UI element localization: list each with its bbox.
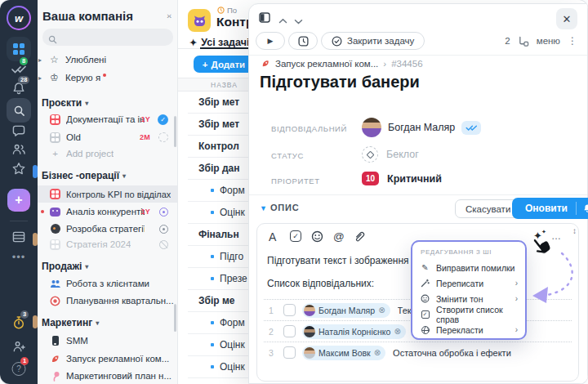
responsible-value[interactable]: Богдан Маляр [362,118,481,137]
kebab-menu-icon[interactable]: ⋮ [568,35,577,47]
time-log-button[interactable] [288,32,318,50]
double-check-badge[interactable] [461,121,481,135]
subtasks-tree-icon[interactable] [518,36,529,47]
monster-glyph [193,15,207,27]
checkbox[interactable] [283,325,296,337]
subtask-bullet-icon [211,211,214,214]
sidebar-item-strategy-dev[interactable]: Розробка стратегії... [38,221,178,237]
chevron-down-icon[interactable] [294,14,303,29]
field-label-status: СТАТУС [271,151,304,160]
tab-all-tasks-label: Усі задачі [201,37,249,48]
checklist-item[interactable]: 3 Максим Вовк ⊗ Остаточна обробка і ефек… [264,342,572,363]
close-task-button[interactable]: Закрити задачу [321,32,425,50]
sidebar-item-ad-campaign[interactable]: Запуск рекламної ком... [38,351,178,367]
collapse-sidebar-icon[interactable]: ›‹ [167,11,171,20]
sidebar-scrollbar[interactable] [174,116,176,147]
description-list-intro[interactable]: Список відповідальних: [267,278,374,289]
section-sales[interactable]: Продажі▾ [42,259,88,274]
checkbox[interactable] [283,304,296,316]
section-projects[interactable]: Проєкти▾ [42,96,88,110]
sidebar-item-quarterly-planning[interactable]: Планування квартальн... [38,292,178,309]
project-label: SMM [66,336,88,346]
avatar [362,118,381,137]
project-ring-icon[interactable] [159,208,168,217]
close-panel-button[interactable]: ✕ [556,8,577,29]
task-title: Форм [220,185,245,196]
chevron-up-icon[interactable] [278,13,287,28]
assignee-chip[interactable]: Наталія Корнієнко ⊗ [302,324,406,339]
sidebar-scrollbar[interactable] [174,304,176,332]
more-icon[interactable]: ••• [12,251,26,263]
update-button[interactable]: Оновити [512,198,588,219]
invite-person-icon[interactable] [11,340,26,353]
globe-icon [420,326,430,334]
unread-dot-badge [41,210,44,213]
sidebar-item-project-docs[interactable]: Документації та інс... 1Y ✓ [38,111,178,127]
menu-button[interactable]: меню [537,36,560,46]
resize-handle-icon[interactable]: ↕ [572,226,577,235]
menu-item-translate[interactable]: Перекласти › [420,322,518,337]
app-logo[interactable]: w [7,6,31,30]
add-button[interactable]: + [7,189,30,212]
project-avatar[interactable] [188,9,211,32]
play-timer-button[interactable]: ▶ [256,32,285,50]
flamingo-icon [49,371,61,382]
sidebar-item-project-old[interactable]: Old 2M [38,129,178,145]
sidebar-item-smm[interactable]: SMM [38,333,178,349]
close-task-label: Закрити задачу [347,36,414,46]
chat-icon[interactable] [12,124,26,137]
project-gear-icon[interactable] [159,225,168,234]
sidebar-item-marketing-plan[interactable]: Маркетинговий план н... [38,368,178,384]
sidebar-item-managed[interactable]: ▸ ♔ Керую я [38,69,178,86]
checklist-icon[interactable]: ✓ [290,230,301,242]
remove-assignee-icon[interactable]: ⊗ [394,327,400,336]
sidebar-item-competitors[interactable]: Аналіз конкурентів 1Y [38,203,178,220]
expand-arrow-icon[interactable]: ▸ [38,74,47,82]
sidebar-item-clients[interactable]: Робота з клієнтами [38,275,178,292]
project-check-icon[interactable]: ✓ [158,114,168,125]
apps-grid-icon[interactable] [7,37,31,61]
notify-bell-icon[interactable] [576,202,588,215]
face-icon [420,294,430,303]
tab-all-tasks[interactable]: ✦ Усі задачі [189,37,249,48]
priority-value[interactable]: 10 Критичний [362,172,442,185]
expand-arrow-icon[interactable]: ▸ [38,56,47,64]
breadcrumb-project[interactable]: Запуск рекламної ком... [275,59,378,69]
section-marketing[interactable]: Маркетинг▾ [42,315,99,330]
collapse-triangle-icon[interactable]: ▼ [260,204,267,212]
mention-icon[interactable]: @ [333,230,345,243]
checkbox[interactable] [283,346,296,359]
remove-assignee-icon[interactable]: ⊗ [378,306,385,315]
status-value[interactable]: Беклог [362,146,419,163]
people-icon[interactable] [11,143,26,155]
add-task-button[interactable]: + Додати [194,56,254,73]
sidebar-item-strategy-2024[interactable]: Стратегія 2024 [38,236,178,252]
sidebar-item-favorites[interactable]: ▸ ☆ Улюблені [38,51,178,68]
split-view-icon[interactable] [259,11,270,26]
editor-more-icon[interactable]: … [551,230,561,242]
edge-tab-business [33,165,38,178]
checklist-number: 1 [269,306,278,315]
attach-icon[interactable] [353,230,365,243]
task-title: Презе [220,273,247,284]
search-icon[interactable] [7,98,31,123]
sidebar-search-input[interactable] [42,29,173,46]
breadcrumb-separator-icon: › [383,59,386,69]
text-format-icon[interactable]: A [269,230,276,243]
assignee-chip[interactable]: Максим Вовк ⊗ [302,346,385,360]
add-project-label: Add project [66,149,114,159]
remove-assignee-icon[interactable]: ⊗ [374,348,381,357]
emoji-icon[interactable] [311,230,323,243]
project-meta-text: По [227,6,237,15]
sidebar-item-kpi-control[interactable]: Контроль KPI по відділах [38,185,178,203]
project-label: Old [66,132,81,142]
priority-badge: 10 [362,172,379,185]
project-dashed-icon[interactable] [158,132,168,142]
update-label: Оновити [517,203,576,214]
star-icon[interactable] [12,162,26,175]
chevron-down-icon: ▾ [85,263,88,270]
assignee-chip[interactable]: Богдан Маляр ⊗ [302,303,390,318]
table-icon[interactable] [12,230,26,243]
add-project-button[interactable]: + Add project [38,145,178,162]
section-business[interactable]: Бізнес -операції▾ [42,168,126,183]
